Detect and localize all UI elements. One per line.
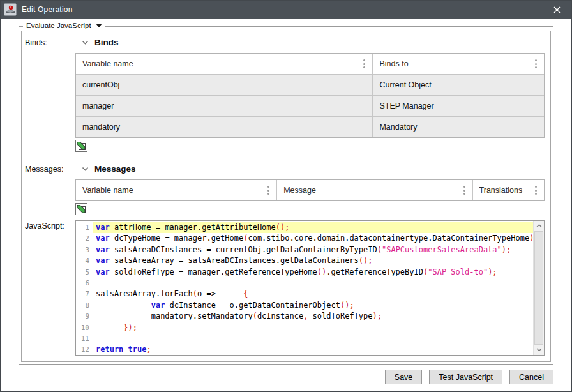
window-title: Edit Operation: [22, 5, 73, 14]
binds-table: Variable nameBinds tocurrentObjCurrent O…: [75, 53, 545, 138]
add-bind-button[interactable]: [75, 140, 87, 152]
title-bar: Edit Operation: [1, 1, 571, 19]
operation-type-dropdown[interactable]: Evaluate JavaScript: [23, 22, 105, 29]
messages-section-header[interactable]: Messages: [82, 164, 545, 174]
binds-section-title: Binds: [94, 38, 119, 47]
line-number: 5: [76, 267, 89, 278]
column-header-message[interactable]: Message: [277, 180, 472, 200]
table-row[interactable]: mandatoryMandatory: [76, 116, 544, 137]
table-cell[interactable]: STEP Manager: [373, 96, 544, 116]
collapse-chevron-icon[interactable]: [82, 40, 89, 45]
table-header-row: Variable nameBinds to: [76, 54, 544, 74]
dialog-footer: SaveTest JavaScriptCancel: [1, 370, 553, 384]
cancel-button[interactable]: Cancel: [509, 370, 553, 384]
table-cell[interactable]: Mandatory: [373, 117, 544, 137]
line-number: 9: [76, 311, 89, 322]
line-number: 6: [76, 278, 89, 289]
javascript-field-label: JavaScript:: [25, 220, 75, 356]
column-header-label: Variable name: [82, 186, 262, 195]
column-header-label: Variable name: [82, 59, 358, 68]
scroll-up-icon[interactable]: [534, 221, 544, 231]
line-number: 11: [76, 333, 89, 344]
add-message-button[interactable]: [75, 203, 87, 215]
table-cell[interactable]: currentObj: [76, 75, 373, 95]
editor-scrollbar[interactable]: [533, 221, 544, 355]
table-cell[interactable]: Current Object: [373, 75, 544, 95]
column-menu-icon[interactable]: [462, 185, 467, 196]
table-cell[interactable]: manager: [76, 96, 373, 116]
code-line[interactable]: var soldToRefType = manager.getReference…: [93, 267, 533, 278]
test-javascript-button[interactable]: Test JavaScript: [429, 370, 502, 384]
scrollbar-thumb[interactable]: [534, 231, 543, 345]
code-area[interactable]: var attrHome = manager.getAttributeHome(…: [93, 221, 533, 355]
code-line[interactable]: });: [93, 322, 533, 333]
operation-groupbox: Evaluate JavaScript Binds: Binds Variabl…: [19, 26, 553, 365]
column-menu-icon[interactable]: [534, 58, 538, 70]
code-line[interactable]: var attrHome = manager.getAttributeHome(…: [93, 222, 533, 233]
dropdown-arrow-icon[interactable]: [96, 24, 102, 27]
binds-row: Binds: Binds Variable nameBinds tocurren…: [25, 37, 545, 152]
line-number: 2: [76, 233, 89, 244]
line-number: 10: [76, 322, 89, 333]
code-line[interactable]: var dcInstance = o.getDataContainerObjec…: [93, 300, 533, 311]
line-number: 8: [76, 300, 89, 311]
add-row-icon: [77, 142, 86, 151]
app-icon: [4, 3, 17, 16]
add-row-icon: [77, 205, 86, 214]
javascript-row: JavaScript: 123456789101112 var attrHome…: [25, 220, 545, 356]
scroll-down-icon[interactable]: [534, 345, 544, 355]
javascript-code-editor[interactable]: 123456789101112 var attrHome = manager.g…: [75, 220, 545, 356]
column-header-variable-name[interactable]: Variable name: [76, 54, 373, 74]
operation-type-label: Evaluate JavaScript: [26, 22, 91, 29]
column-header-translations[interactable]: Translations: [473, 180, 544, 200]
column-header-label: Message: [283, 186, 458, 195]
column-header-variable-name[interactable]: Variable name: [76, 180, 277, 200]
column-menu-icon[interactable]: [534, 185, 538, 196]
column-menu-icon[interactable]: [266, 185, 271, 196]
column-menu-icon[interactable]: [362, 58, 366, 70]
close-button[interactable]: [542, 1, 571, 19]
table-row[interactable]: managerSTEP Manager: [76, 95, 544, 116]
collapse-chevron-icon[interactable]: [82, 167, 89, 172]
code-line[interactable]: var salsAreaDCInstances = currentObj.get…: [93, 245, 533, 255]
close-icon: [553, 6, 561, 13]
line-number: 1: [76, 222, 89, 233]
table-header-row: Variable nameMessageTranslations: [76, 180, 544, 200]
code-line[interactable]: var dcTypeHome = manager.getHome(com.sti…: [93, 233, 533, 244]
line-number-gutter: 123456789101112: [76, 221, 93, 355]
line-number: 7: [76, 289, 89, 299]
code-line[interactable]: return true;: [93, 344, 533, 355]
line-number: 4: [76, 255, 89, 266]
messages-section-title: Messages: [94, 164, 136, 174]
code-line[interactable]: [93, 278, 533, 289]
binds-section-header[interactable]: Binds: [82, 38, 545, 47]
column-header-label: Translations: [479, 186, 530, 195]
code-line[interactable]: salsAreaArray.forEach(o => {: [93, 289, 533, 299]
messages-row: Messages: Messages Variable nameMessageT…: [25, 163, 545, 215]
operation-panel: Binds: Binds Variable nameBinds tocurren…: [21, 31, 551, 362]
code-line[interactable]: [93, 333, 533, 344]
binds-field-label: Binds:: [25, 37, 75, 152]
table-row[interactable]: currentObjCurrent Object: [76, 74, 544, 95]
code-line[interactable]: var salsAreaArray = salsAreaDCInstances.…: [93, 255, 533, 266]
table-cell[interactable]: mandatory: [76, 117, 373, 137]
column-header-label: Binds to: [379, 59, 530, 68]
column-header-binds-to[interactable]: Binds to: [373, 54, 544, 74]
line-number: 3: [76, 245, 89, 255]
messages-table: Variable nameMessageTranslations: [75, 179, 545, 201]
messages-field-label: Messages:: [25, 163, 75, 215]
code-line[interactable]: mandatory.setMandatory(dcInstance, soldT…: [93, 311, 533, 322]
edit-operation-dialog: Edit Operation Evaluate JavaScript Binds…: [0, 0, 572, 392]
save-button[interactable]: Save: [385, 370, 423, 384]
line-number: 12: [76, 344, 89, 355]
